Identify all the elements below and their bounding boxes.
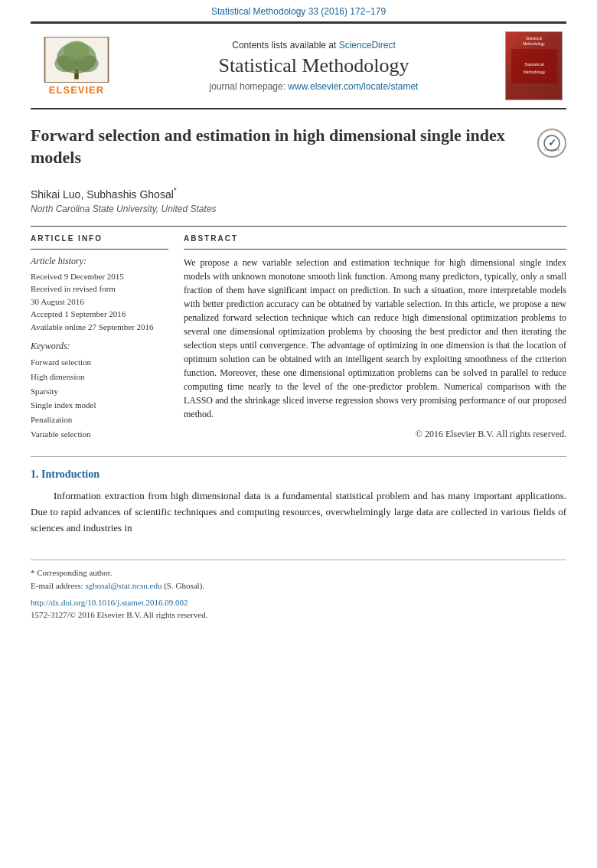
keyword-penalization: Penalization — [31, 413, 168, 427]
keyword-variable-selection: Variable selection — [31, 427, 168, 442]
journal-header-center: Contents lists available at ScienceDirec… — [122, 40, 505, 92]
homepage-link[interactable]: www.elsevier.com/locate/stamet — [288, 81, 418, 92]
crossmark-icon: ✓ CrossMark — [543, 134, 561, 152]
journal-homepage: journal homepage: www.elsevier.com/locat… — [130, 81, 497, 92]
keyword-high-dimension: High dimension — [31, 370, 168, 384]
article-body: Article Info Article history: Received 9… — [31, 226, 566, 442]
revised-date: Received in revised form30 August 2016 — [31, 282, 168, 308]
available-date: Available online 27 September 2016 — [31, 321, 168, 334]
email-note: E-mail address: sghosal@stat.ncsu.edu (S… — [31, 579, 566, 593]
main-content: Forward selection and estimation in high… — [31, 109, 566, 441]
journal-name-header: Statistical Methodology — [130, 54, 497, 77]
science-direct-link[interactable]: ScienceDirect — [339, 40, 396, 51]
authors: Shikai Luo, Subhashis Ghosal* — [31, 187, 566, 201]
svg-text:✓: ✓ — [548, 137, 556, 148]
introduction-section: 1. Introduction Information extraction f… — [31, 468, 566, 536]
footer-area: * Corresponding author. E-mail address: … — [31, 560, 566, 622]
keyword-single-index: Single index model — [31, 398, 168, 413]
section-divider — [31, 456, 566, 457]
tree-illustration — [42, 37, 111, 83]
contents-prefix: Contents lists available at — [232, 40, 338, 51]
crossmark-badge: ✓ CrossMark — [537, 129, 566, 158]
journal-cover: StatisticalMethodology Statistical Metho… — [505, 31, 566, 100]
keyword-forward-selection: Forward selection — [31, 355, 168, 370]
elsevier-brand-text: ELSEVIER — [49, 84, 104, 96]
svg-point-5 — [64, 41, 89, 60]
corresponding-author-note: * Corresponding author. — [31, 566, 566, 580]
paper-title: Forward selection and estimation in high… — [31, 125, 526, 168]
intro-paragraph: Information extraction from high dimensi… — [31, 488, 566, 536]
svg-text:Statistical: Statistical — [524, 62, 544, 67]
abstract-text: We propose a new variable selection and … — [184, 256, 566, 421]
elsevier-logo: ELSEVIER — [31, 37, 122, 96]
issn-text: 1572-3127/© 2016 Elsevier B.V. All right… — [31, 609, 566, 622]
received-date: Received 9 December 2015 — [31, 270, 168, 283]
article-info-heading: Article Info — [31, 234, 168, 243]
journal-header: ELSEVIER Contents lists available at Sci… — [31, 24, 566, 109]
accepted-date: Accepted 1 September 2016 — [31, 308, 168, 321]
doi-link[interactable]: http://dx.doi.org/10.1016/j.stamet.2016.… — [31, 598, 188, 607]
keyword-sparsity: Sparsity — [31, 384, 168, 399]
affiliation: North Carolina State University, United … — [31, 204, 566, 214]
svg-text:Methodology: Methodology — [523, 70, 545, 74]
article-info-column: Article Info Article history: Received 9… — [31, 234, 168, 442]
copyright-notice: © 2016 Elsevier B.V. All rights reserved… — [184, 429, 566, 440]
email-link[interactable]: sghosal@stat.ncsu.edu — [85, 581, 161, 590]
abstract-heading: Abstract — [184, 234, 566, 243]
history-label: Article history: — [31, 256, 168, 267]
svg-text:CrossMark: CrossMark — [544, 148, 559, 152]
journal-reference: Statistical Methodology 33 (2016) 172–17… — [0, 0, 597, 21]
keywords-label: Keywords: — [31, 341, 168, 352]
intro-heading: 1. Introduction — [31, 468, 566, 481]
abstract-column: Abstract We propose a new variable selec… — [184, 234, 566, 442]
keywords-list: Forward selection High dimension Sparsit… — [31, 355, 168, 441]
